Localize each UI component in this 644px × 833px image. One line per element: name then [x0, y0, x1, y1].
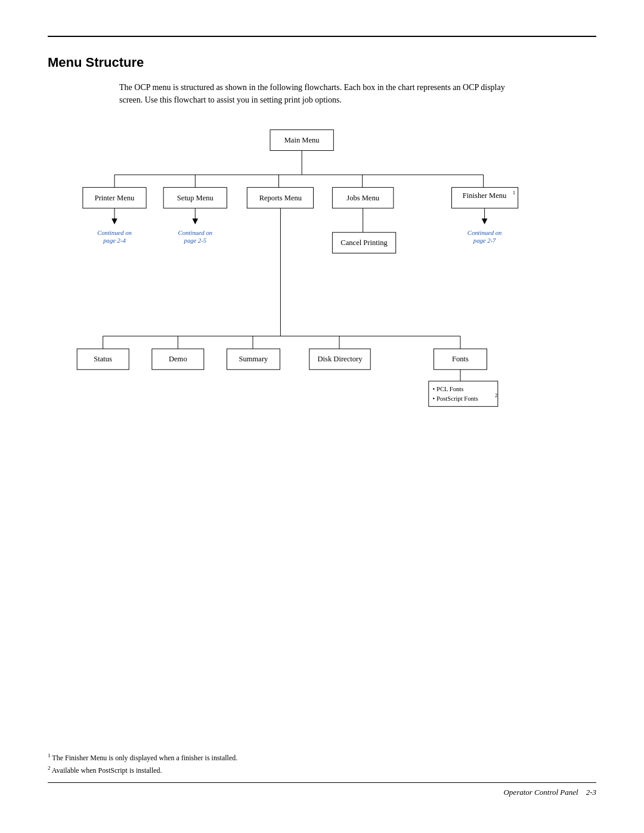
- footnote2: 2 Available when PostScript is installed…: [48, 764, 596, 776]
- finisher-sup: 1: [513, 190, 515, 196]
- printer-arrow: [112, 219, 117, 225]
- section-title: Menu Structure: [48, 55, 596, 70]
- fonts-label: Fonts: [452, 355, 469, 363]
- printer-continued-page: page 2-4: [103, 237, 126, 244]
- printer-menu-label: Printer Menu: [95, 194, 135, 202]
- intro-text: The OCP menu is structured as shown in t…: [119, 81, 525, 106]
- footer-text: Operator Control Panel 2-3: [503, 788, 596, 797]
- flowchart: Main Menu Printer Menu Setup Menu: [48, 124, 596, 470]
- status-label: Status: [94, 355, 112, 363]
- summary-label: Summary: [239, 355, 269, 363]
- footnote1: 1 The Finisher Menu is only displayed wh…: [48, 751, 596, 764]
- svg-rect-32: [429, 381, 498, 407]
- pcl-fonts-label: • PCL Fonts: [433, 386, 464, 392]
- printer-continued: Continued on: [97, 230, 132, 236]
- disk-directory-label: Disk Directory: [318, 355, 363, 363]
- postscript-sup: 2: [495, 392, 497, 398]
- page: Menu Structure The OCP menu is structure…: [0, 0, 644, 833]
- top-rule: [48, 36, 596, 37]
- finisher-arrow: [482, 219, 488, 225]
- flowchart-svg: Main Menu Printer Menu Setup Menu: [48, 124, 596, 470]
- demo-label: Demo: [169, 355, 187, 363]
- setup-arrow: [193, 219, 199, 225]
- cancel-printing-label: Cancel Printing: [340, 239, 388, 247]
- postscript-fonts-label: • PostScript Fonts: [433, 395, 478, 402]
- finisher-continued-page: page 2-7: [473, 237, 496, 244]
- finisher-menu-label: Finisher Menu: [463, 191, 507, 200]
- finisher-continued: Continued on: [467, 230, 502, 236]
- setup-continued: Continued on: [178, 230, 213, 236]
- footer: Operator Control Panel 2-3: [48, 782, 596, 797]
- setup-continued-page: page 2-5: [184, 237, 206, 244]
- setup-menu-label: Setup Menu: [177, 194, 214, 202]
- main-menu-label: Main Menu: [284, 136, 320, 144]
- reports-menu-label: Reports Menu: [259, 194, 302, 202]
- jobs-menu-label: Jobs Menu: [346, 194, 379, 202]
- footnotes: 1 The Finisher Menu is only displayed wh…: [48, 733, 596, 776]
